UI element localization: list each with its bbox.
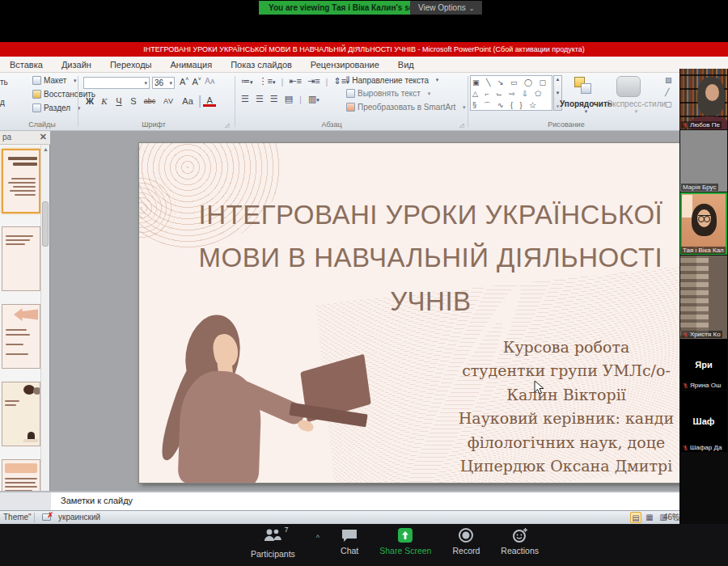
thumbnails-scrollbar[interactable]: ▲ ▼ [40,145,49,508]
clear-formatting-button[interactable]: 🗛 [205,76,214,87]
notes-pane[interactable]: Заметки к слайду [51,491,728,510]
shape-outline-button[interactable]: ╱ [665,88,672,96]
mouse-cursor [534,380,544,395]
normal-view-button[interactable]: ▤ [630,512,641,523]
section-button[interactable]: Раздел ▾ [32,103,80,112]
participant-tile-active-sharer[interactable]: Тая і Віка Кал [680,192,727,255]
participant-tile[interactable]: Марія Брус [680,130,727,192]
slide-thumbnails-panel: ра ✕ [0,131,50,508]
tab-design[interactable]: Дизайн [61,60,91,70]
woman-laptop-illustration [147,313,366,483]
change-case-button[interactable]: Аа [179,96,197,106]
scroll-more-icon: ⩛ [557,103,559,109]
notes-placeholder: Заметки к слайду [61,496,133,505]
reactions-button[interactable]: Reactions [501,527,539,555]
numbering-button[interactable]: ⋮≡▾ [259,76,276,87]
layout-icon [32,76,41,85]
character-spacing-button[interactable]: АV [159,97,177,105]
panel-tabs: ра ✕ [0,131,50,145]
text-direction-button[interactable]: ⫴Направление текста ▾ [346,75,438,85]
font-size-combo[interactable]: 36▾ [152,77,175,89]
arrange-button[interactable]: Упорядочить ▾ [560,99,612,115]
font-dialog-launcher[interactable]: ◿ [225,122,229,129]
zoom-level[interactable]: 46% [663,513,679,522]
paragraph-dialog-launcher[interactable]: ◿ [459,122,463,129]
justify-button[interactable]: ▤ [285,94,293,104]
align-text-icon [346,89,355,98]
section-icon [32,103,41,112]
shrink-font-button[interactable]: A˅ [192,76,201,87]
columns-button[interactable]: ▥▾ [308,94,320,104]
arrange-icon [571,76,599,99]
tab-review[interactable]: Рецензирование [311,60,379,70]
slide-sorter-button[interactable]: ▦ [644,512,655,523]
increase-indent-button[interactable]: ⇥≡ [307,76,320,87]
zoom-top-bar: You are viewing Тая і Віка Калин's scree… [0,0,728,18]
font-name-combo[interactable]: ▾ [83,77,150,89]
muted-mic-icon [683,122,688,129]
language-label[interactable]: украинский [58,513,100,522]
grow-font-button[interactable]: A˄ [180,76,188,87]
view-options-button[interactable]: View Options⌄ [410,1,482,15]
align-right-button[interactable]: ☰ [270,94,278,104]
participant-display-name: Яри [695,360,712,370]
slide-thumbnail-4[interactable] [2,382,40,446]
align-text-button[interactable]: Выровнять текст ▾ [346,89,430,98]
share-screen-button[interactable]: Share Screen [379,527,431,555]
slide-canvas[interactable]: ІНТЕГРОВАНІ УРОКИ УКРАЇНСЬКОЇ МОВИ В НАВ… [139,143,689,483]
divider [78,76,78,127]
smartart-button[interactable]: Преобразовать в SmartArt ▾ [346,103,466,112]
spellcheck-icon[interactable]: ✗ [42,513,52,522]
participants-caret-icon[interactable]: ^ [316,534,320,542]
participants-button[interactable]: 7 Participants [251,527,295,559]
share-screen-icon [396,527,414,543]
reset-icon [32,90,41,99]
slides-group-label: Слайды [10,120,74,129]
record-button[interactable]: Record [452,527,480,555]
participant-tile[interactable]: Яри Ярина Ош [680,340,727,390]
status-bar: Theme" ✗ украинский ▤ ▦ ▥ 🖵 46% − [0,510,728,524]
tab-transitions[interactable]: Переходы [110,60,152,70]
slide-thumbnail-1[interactable] [2,149,40,213]
participant-tile[interactable]: Христя Ко [680,256,727,339]
paste-button-partial[interactable]: ть д [0,78,10,107]
bold-button[interactable]: Ж [83,96,96,106]
tab-insert[interactable]: Вставка [10,60,43,70]
close-icon[interactable]: ✕ [40,132,47,142]
participant-name: Любов Пе [690,121,720,129]
tab-view[interactable]: Вид [398,60,414,70]
participant-name: Христя Ко [690,331,721,338]
font-color-button[interactable]: А [203,95,216,107]
zoom-bottom-toolbar: 7 Participants ^ Chat Share Screen [0,524,728,566]
zoom-meeting-screen: You are viewing Тая і Віка Калин's scree… [0,0,728,566]
reactions-icon [511,527,529,543]
shapes-gallery[interactable]: ▣ ╲ ↘ ▭ ◯ ▢ △ ⌐ ⌙ ⇨ ⇩ ⬠ § ⌒ ∿ { } ☆ [470,75,552,111]
bullets-button[interactable]: ≔▾ [241,76,253,87]
outline-tab-partial[interactable]: ра [2,133,11,142]
align-left-button[interactable]: ☰ [241,94,249,104]
tab-animations[interactable]: Анимация [170,60,212,70]
shadow-button[interactable]: S [127,96,140,106]
divider [468,76,468,127]
quick-styles-button[interactable]: Экспресс-стили ▾ [607,99,666,115]
decrease-indent-button[interactable]: ⇤≡ [289,76,302,87]
layout-button[interactable]: Макет ▾ [32,76,77,85]
tab-slideshow[interactable]: Показ слайдов [231,60,292,70]
chat-button[interactable]: Chat [341,527,358,555]
ribbon: ть д Макет ▾ Восстановить Раздел ▾ Слайд… [0,73,728,131]
align-center-button[interactable]: ☰ [256,94,264,104]
strikethrough-button[interactable]: abc [142,97,158,105]
chevron-down-icon: ▾ [74,78,77,84]
slide-subtitle[interactable]: Курсова робота студентки групи УМЛс/о- К… [445,336,688,479]
participant-tile[interactable]: Шаф Шафар Да [680,391,727,452]
italic-button[interactable]: К [98,96,111,106]
underline-button[interactable]: Ч [112,96,125,106]
slide-thumbnail-2[interactable] [2,226,40,291]
participant-display-name: Шаф [693,416,715,426]
slide-title[interactable]: ІНТЕГРОВАНІ УРОКИ УКРАЇНСЬКОЇ МОВИ В НАВ… [155,193,689,323]
shape-effects-button[interactable]: ▢ [665,100,672,108]
participant-tile[interactable]: Любов Пе [680,69,727,129]
muted-mic-icon [683,382,688,389]
slide-thumbnail-3[interactable] [2,304,40,369]
shape-fill-button[interactable]: ▨ [665,76,672,84]
